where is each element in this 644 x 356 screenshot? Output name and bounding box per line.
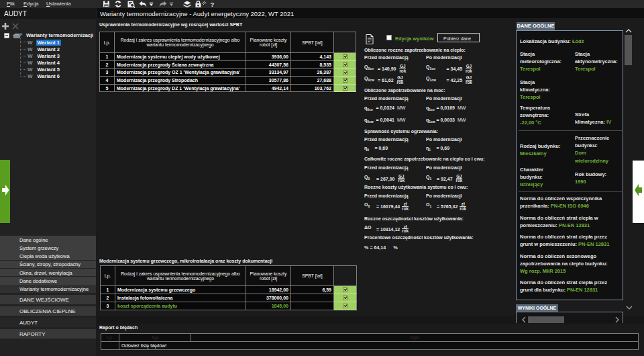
svg-text:?: ? [211, 1, 215, 8]
